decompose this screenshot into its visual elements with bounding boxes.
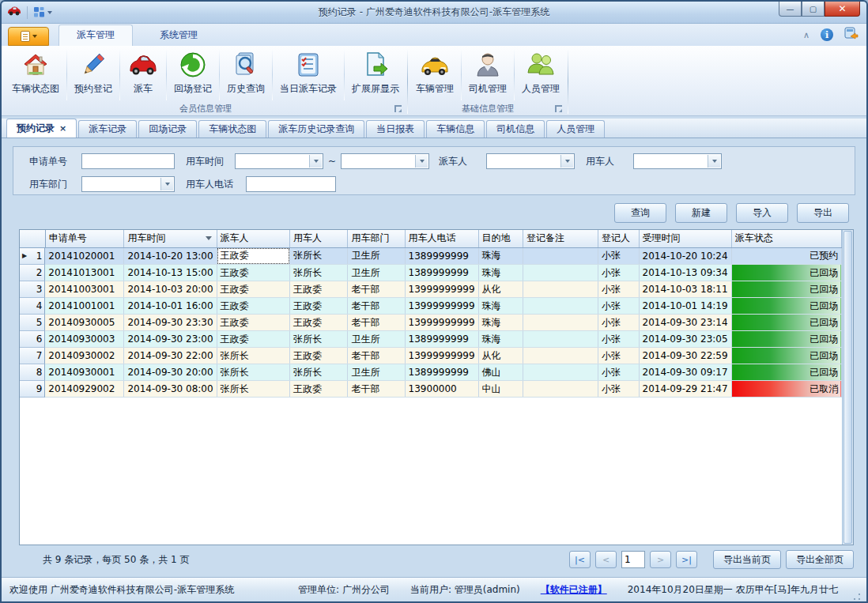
import-button[interactable]: 导入 <box>736 203 788 223</box>
cell-registrar[interactable]: 小张 <box>598 298 639 315</box>
cell-registrar[interactable]: 小张 <box>598 247 639 265</box>
cell-status[interactable]: 已回场 <box>731 348 842 364</box>
row-indicator[interactable]: 6 <box>20 331 45 348</box>
cell-dispatcher[interactable]: 张所长 <box>217 381 289 398</box>
cell-order-no[interactable]: 20141001001 <box>45 298 124 315</box>
cell-user[interactable]: 王政委 <box>290 281 348 298</box>
table-row[interactable]: 9201409290022014-09-30 08:00张所长王政委老干部139… <box>20 381 842 398</box>
cell-user[interactable]: 张所长 <box>290 331 348 348</box>
cell-phone[interactable]: 13999999999 <box>405 281 478 298</box>
cell-dispatcher[interactable]: 王政委 <box>217 298 289 315</box>
cell-department[interactable]: 卫生所 <box>348 331 405 348</box>
cell-status[interactable]: 已回场 <box>731 364 842 381</box>
header-department[interactable]: 用车部门 <box>348 230 405 247</box>
chevron-down-icon[interactable] <box>160 178 173 190</box>
cell-phone[interactable]: 1389999999 <box>405 265 478 281</box>
close-tab-icon[interactable]: × <box>59 123 66 134</box>
minimize-button[interactable]: — <box>779 2 802 17</box>
driver-manage-button[interactable]: 司机管理 <box>462 47 514 97</box>
export-current-page-button[interactable]: 导出当前页 <box>713 550 781 569</box>
header-remark[interactable]: 登记备注 <box>523 230 598 247</box>
cell-remark[interactable] <box>523 364 598 381</box>
quick-access-toolbar-icon[interactable] <box>33 6 52 18</box>
return-register-button[interactable]: 回场登记 <box>167 47 219 97</box>
cell-dispatcher[interactable]: 王政委 <box>217 265 289 281</box>
cell-phone[interactable]: 13999999999 <box>405 298 478 315</box>
reservation-register-button[interactable]: 预约登记 <box>67 47 119 97</box>
cell-remark[interactable] <box>523 381 598 398</box>
next-page-button[interactable]: > <box>650 551 671 568</box>
cell-use-time[interactable]: 2014-09-30 23:30 <box>124 315 217 331</box>
cell-destination[interactable]: 佛山 <box>478 364 523 381</box>
cell-registrar[interactable]: 小张 <box>598 381 639 398</box>
row-indicator[interactable]: 2 <box>20 265 45 281</box>
cell-user[interactable]: 张所长 <box>290 265 348 281</box>
chevron-down-icon[interactable] <box>708 155 720 168</box>
cell-department[interactable]: 老干部 <box>348 348 405 364</box>
header-order-no[interactable]: 申请单号 <box>45 230 124 247</box>
cell-destination[interactable]: 珠海 <box>478 331 523 348</box>
row-indicator[interactable]: ▶1 <box>20 248 45 265</box>
cell-department[interactable]: 老干部 <box>348 298 405 315</box>
cell-registrar[interactable]: 小张 <box>598 348 639 364</box>
cell-phone[interactable]: 13999999999 <box>405 315 478 331</box>
cell-accept-time[interactable]: 2014-09-30 23:14 <box>639 315 731 331</box>
cell-destination[interactable]: 珠海 <box>478 265 523 281</box>
cell-user[interactable]: 王政委 <box>290 348 348 364</box>
table-row[interactable]: 8201409300012014-09-30 20:00张所长张所长卫生所138… <box>20 364 842 381</box>
cell-destination[interactable]: 从化 <box>478 281 523 298</box>
table-row[interactable]: 3201410030012014-10-03 20:00王政委王政委老干部139… <box>20 281 842 298</box>
cell-destination[interactable]: 珠海 <box>478 247 523 265</box>
table-row[interactable]: ▶1201410200012014-10-20 13:00王政委张所长卫生所13… <box>20 247 842 265</box>
cell-use-time[interactable]: 2014-10-01 16:00 <box>124 298 217 315</box>
header-phone[interactable]: 用车人电话 <box>405 230 478 247</box>
cell-order-no[interactable]: 20140930005 <box>45 315 124 331</box>
cell-use-time[interactable]: 2014-10-13 15:00 <box>124 265 217 281</box>
row-indicator[interactable]: 3 <box>20 281 45 298</box>
ribbon-tab-dispatch[interactable]: 派车管理 <box>58 24 133 46</box>
table-row[interactable]: 6201409300032014-09-30 23:00王政委张所长卫生所138… <box>20 331 842 348</box>
cell-phone[interactable]: 1389999999 <box>405 331 478 348</box>
cell-status[interactable]: 已回场 <box>731 331 842 348</box>
today-dispatch-records-button[interactable]: 当日派车记录 <box>273 47 344 97</box>
maximize-button[interactable]: ▢ <box>802 2 825 17</box>
dispatch-button[interactable]: 派车 <box>120 47 166 97</box>
department-combo[interactable] <box>81 176 175 192</box>
tab-vehicle-info[interactable]: 车辆信息 <box>426 120 485 138</box>
cell-order-no[interactable]: 20141020001 <box>45 247 124 265</box>
last-page-button[interactable]: >| <box>676 551 697 568</box>
cell-user[interactable]: 张所长 <box>290 247 348 265</box>
cell-order-no[interactable]: 20141013001 <box>45 265 124 281</box>
new-button[interactable]: 新建 <box>675 203 727 223</box>
cell-remark[interactable] <box>523 315 598 331</box>
cell-accept-time[interactable]: 2014-09-30 09:17 <box>639 364 731 381</box>
collapse-ribbon-icon[interactable]: ∧ <box>803 30 810 40</box>
cell-accept-time[interactable]: 2014-09-30 22:59 <box>639 348 731 364</box>
cell-destination[interactable]: 从化 <box>478 348 523 364</box>
export-all-pages-button[interactable]: 导出全部页 <box>786 550 854 569</box>
row-indicator[interactable]: 7 <box>20 348 45 364</box>
page-number-input[interactable] <box>621 551 645 568</box>
tab-driver-info[interactable]: 司机信息 <box>486 120 545 138</box>
cell-phone[interactable]: 1389999999 <box>405 364 478 381</box>
row-indicator[interactable]: 4 <box>20 298 45 315</box>
use-time-to-combo[interactable] <box>341 153 429 169</box>
cell-department[interactable]: 老干部 <box>348 315 405 331</box>
cell-user[interactable]: 王政委 <box>290 381 348 398</box>
chevron-down-icon[interactable] <box>560 155 573 168</box>
header-use-time[interactable]: 用车时间 <box>124 230 217 247</box>
header-registrar[interactable]: 登记人 <box>598 230 639 247</box>
cell-phone[interactable]: 13999999999 <box>405 348 478 364</box>
tab-personnel-manage[interactable]: 人员管理 <box>546 120 605 138</box>
table-row[interactable]: 5201409300052014-09-30 23:30王政委王政委老干部139… <box>20 315 842 331</box>
cell-remark[interactable] <box>523 348 598 364</box>
cell-accept-time[interactable]: 2014-10-20 10:24 <box>639 247 731 265</box>
cell-order-no[interactable]: 20141003001 <box>45 281 124 298</box>
cell-phone[interactable]: 13900000 <box>405 381 478 398</box>
dialog-launcher-icon[interactable] <box>394 105 402 112</box>
cell-order-no[interactable]: 20140930003 <box>45 331 124 348</box>
cell-accept-time[interactable]: 2014-10-01 14:19 <box>639 298 731 315</box>
cell-remark[interactable] <box>523 281 598 298</box>
tab-dispatch-records[interactable]: 派车记录 <box>78 120 137 138</box>
cell-dispatcher[interactable]: 张所长 <box>217 348 289 364</box>
